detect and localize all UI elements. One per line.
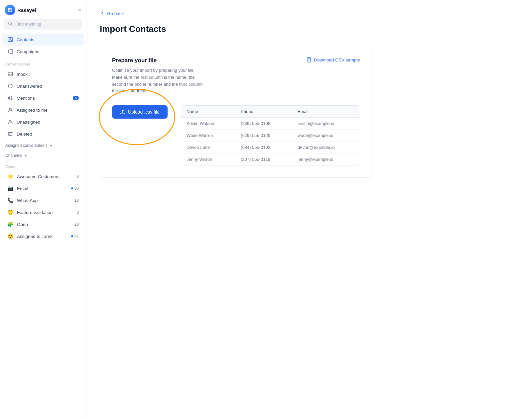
sidebar-item-awesome-customers[interactable]: ⭐ Awesome Customers 0 — [2, 170, 84, 182]
go-back-link[interactable]: Go back — [100, 11, 519, 16]
table-header-email: Email — [292, 106, 360, 118]
download-csv-link[interactable]: Download CSV sample — [307, 57, 360, 62]
sidebar-item-whatsapp[interactable]: 📞 WhatsApp 13 — [2, 194, 84, 206]
svg-line-5 — [11, 25, 13, 26]
svg-rect-0 — [8, 8, 10, 10]
table-cell-phone: (684) 555-0102 — [235, 142, 292, 154]
assigned-conversations-toggle[interactable]: Assigned conversations ▾ — [0, 140, 86, 150]
conversations-section-label: Conversations — [0, 57, 86, 68]
table-header-phone: Phone — [235, 106, 292, 118]
table-cell-name: Wade Warren — [181, 130, 235, 142]
assigned-to-me-icon — [7, 107, 13, 113]
feature-validation-icon: 😤 — [7, 209, 14, 215]
awesome-customers-icon: ⭐ — [7, 173, 14, 179]
table-cell-email: kristin@example.io — [292, 118, 360, 130]
table-cell-name: Devon Lane — [181, 142, 235, 154]
csv-icon — [307, 57, 312, 62]
main-content: Go back Import Contacts Prepare your fil… — [86, 0, 532, 419]
mentions-icon — [7, 95, 13, 101]
unanswered-label: Unanswered — [17, 84, 42, 89]
table-row: Jenny Wilson(207) 555-0119jenny@example.… — [181, 154, 360, 165]
svg-rect-6 — [8, 38, 13, 42]
sidebar-item-open[interactable]: 🧩 Open 20 — [2, 218, 84, 230]
campaigns-icon — [7, 49, 13, 54]
search-icon — [8, 21, 13, 27]
search-bar[interactable]: Find anything — [4, 19, 82, 30]
email-label: Email — [17, 186, 28, 191]
sidebar-item-unassigned[interactable]: Unassigned — [2, 116, 84, 128]
table-cell-phone: (629) 555-0129 — [235, 130, 292, 142]
svg-marker-8 — [8, 49, 12, 54]
table-cell-name: Kristin Watson — [181, 118, 235, 130]
sidebar-item-feature-validation[interactable]: 😤 Feature validation 3 — [2, 206, 84, 218]
sidebar-item-unanswered[interactable]: Unanswered — [2, 80, 84, 92]
app-logo — [5, 5, 15, 15]
whatsapp-icon: 📞 — [7, 197, 14, 203]
feature-validation-count: 3 — [76, 210, 79, 215]
inbox-label: Inbox — [17, 72, 28, 77]
upload-section: Upload .csv file — [112, 105, 168, 119]
open-icon: 🧩 — [7, 221, 14, 227]
contacts-label: Contacts — [17, 37, 34, 42]
feature-validation-label: Feature validation — [17, 210, 53, 215]
sidebar-item-inbox[interactable]: Inbox — [2, 68, 84, 80]
go-back-label: Go back — [107, 11, 124, 16]
table-header-name: Name — [181, 106, 235, 118]
download-csv-label: Download CSV sample — [314, 57, 360, 62]
unanswered-icon — [7, 83, 13, 89]
channels-label: Channels — [5, 153, 22, 158]
card-body: Upload .csv file Name Phone Email Kristi… — [112, 105, 360, 165]
views-section-label: Views — [0, 160, 86, 170]
deleted-label: Deleted — [17, 132, 32, 137]
channels-chevron-icon: ▾ — [25, 154, 27, 157]
sidebar-item-campaigns[interactable]: Campaigns — [2, 46, 84, 57]
whatsapp-count: 13 — [74, 198, 79, 203]
sidebar-item-mentions[interactable]: Mentions 5 — [2, 92, 84, 104]
tarek-dot — [71, 235, 73, 237]
sidebar-item-contacts[interactable]: Contacts — [2, 34, 84, 46]
channels-toggle[interactable]: Channels ▾ — [0, 150, 86, 160]
upload-button-label: Upload .csv file — [128, 109, 160, 115]
email-icon: 📷 — [7, 185, 14, 191]
upload-csv-button[interactable]: Upload .csv file — [112, 105, 168, 119]
search-placeholder: Find anything — [15, 22, 41, 27]
whatsapp-label: WhatsApp — [17, 198, 38, 203]
sidebar-item-email[interactable]: 📷 Email 86 — [2, 182, 84, 194]
sidebar-item-deleted[interactable]: Deleted — [2, 128, 84, 140]
awesome-customers-count: 0 — [76, 174, 79, 179]
card-header: Prepare your file Optimise your import b… — [112, 57, 360, 95]
awesome-customers-label: Awesome Customers — [17, 174, 60, 179]
svg-rect-1 — [10, 8, 12, 10]
inbox-icon — [7, 71, 13, 77]
csv-preview-table: Name Phone Email Kristin Watson(239) 555… — [181, 105, 360, 165]
svg-rect-2 — [8, 10, 10, 12]
chevron-down-icon: ▾ — [50, 144, 52, 148]
svg-rect-3 — [10, 10, 12, 12]
open-label: Open — [17, 222, 28, 227]
mentions-badge: 5 — [73, 96, 79, 100]
unassigned-label: Unassigned — [17, 120, 40, 125]
open-count: 20 — [74, 222, 79, 227]
mentions-label: Mentions — [17, 96, 35, 101]
sidebar-item-assigned-to-tarek[interactable]: 😊 Assigned to Tarek 47 — [2, 230, 84, 242]
campaigns-label: Campaigns — [17, 49, 39, 54]
table-cell-phone: (207) 555-0119 — [235, 154, 292, 165]
assigned-to-tarek-icon: 😊 — [7, 233, 14, 239]
page-title: Import Contacts — [100, 24, 519, 34]
contacts-icon — [7, 37, 13, 43]
table-cell-name: Jenny Wilson — [181, 154, 235, 165]
prepare-title: Prepare your file — [112, 57, 205, 64]
prepare-info: Prepare your file Optimise your import b… — [112, 57, 205, 95]
sidebar-header: Rasayel — [0, 0, 86, 19]
unassigned-icon — [7, 119, 13, 125]
upload-icon — [120, 109, 125, 115]
svg-point-11 — [8, 84, 12, 88]
sidebar-item-assigned-to-me[interactable]: Assigned to me — [2, 104, 84, 116]
table-cell-email: wade@example.io — [292, 130, 360, 142]
deleted-icon — [7, 131, 13, 137]
table-row: Kristin Watson(239) 555-0108kristin@exam… — [181, 118, 360, 130]
assigned-to-me-label: Assigned to me — [17, 108, 48, 113]
table-cell-phone: (239) 555-0108 — [235, 118, 292, 130]
svg-rect-15 — [9, 133, 12, 136]
table-row: Devon Lane(684) 555-0102devon@example.io — [181, 142, 360, 154]
